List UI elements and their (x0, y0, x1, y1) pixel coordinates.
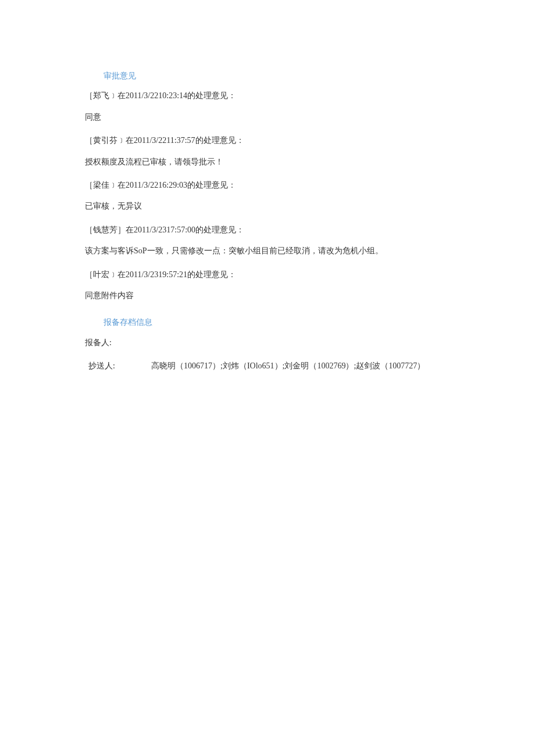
archive-section: 报备存档信息 报备人: 抄送人: 高晓明（1006717）;刘炜（IOlo651… (87, 316, 448, 372)
opinion-header: ［郑飞﹞在2011/3/2210:23:14的处理意见： (85, 89, 448, 102)
opinion-header: ［叶宏﹞在2011/3/2319:57:21的处理意见： (85, 268, 448, 281)
opinion-content: 授权额度及流程已审核，请领导批示！ (85, 156, 448, 169)
cc-label: 抄送人: (88, 360, 151, 372)
opinion-content: 同意 (85, 111, 448, 124)
archive-heading: 报备存档信息 (104, 316, 448, 329)
reporter-line: 报备人: (85, 336, 448, 349)
opinion-block-3: ［钱慧芳］在2011/3/2317:57:00的处理意见： 该方案与客诉SoP一… (87, 224, 448, 258)
opinion-block-1: ［黄引芬﹞在2011/3/2211:37:57的处理意见： 授权额度及流程已审核… (87, 134, 448, 169)
opinion-header: ［钱慧芳］在2011/3/2317:57:00的处理意见： (85, 224, 448, 237)
approval-section: 审批意见 ［郑飞﹞在2011/3/2210:23:14的处理意见： 同意 ［黄引… (87, 70, 448, 302)
opinion-header: ［梁佳﹞在2011/3/2216:29:03的处理意见： (85, 179, 448, 192)
opinion-block-0: ［郑飞﹞在2011/3/2210:23:14的处理意见： 同意 (87, 89, 448, 124)
cc-line: 抄送人: 高晓明（1006717）;刘炜（IOlo651）;刘金明（100276… (88, 360, 448, 372)
opinion-block-4: ［叶宏﹞在2011/3/2319:57:21的处理意见： 同意附件内容 (87, 268, 448, 303)
approval-heading: 审批意见 (104, 70, 448, 83)
opinion-block-2: ［梁佳﹞在2011/3/2216:29:03的处理意见： 已审核，无异议 (87, 179, 448, 213)
cc-value: 高晓明（1006717）;刘炜（IOlo651）;刘金明（1002769）;赵剑… (151, 360, 448, 372)
opinion-content: 该方案与客诉SoP一致，只需修改一点：突敏小组目前已经取消，请改为危机小组。 (85, 245, 448, 257)
opinion-content: 已审核，无异议 (85, 200, 448, 213)
opinion-header: ［黄引芬﹞在2011/3/2211:37:57的处理意见： (85, 134, 448, 147)
opinion-content: 同意附件内容 (85, 289, 448, 302)
